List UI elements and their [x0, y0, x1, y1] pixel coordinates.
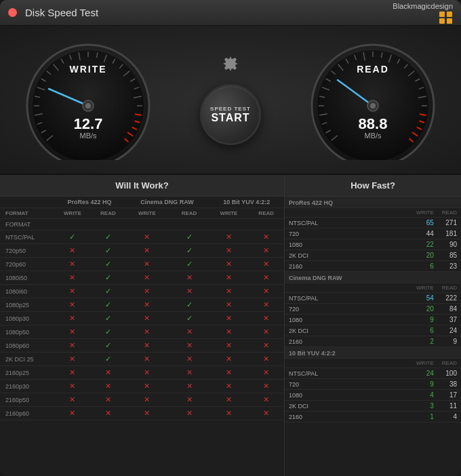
- check-icon: ✓: [105, 233, 111, 241]
- cross-icon: ✕: [105, 409, 111, 417]
- format-cell: 1080p60: [0, 339, 54, 353]
- fast-format-cell: NTSC/PAL: [285, 293, 412, 304]
- check-cell: ✕: [248, 353, 284, 366]
- how-fast-tbody: ProRes 422 HQWRITEREADNTSC/PAL6527172044…: [285, 197, 461, 422]
- fast-write-cell: 6: [412, 261, 438, 272]
- cross-icon: ✕: [263, 246, 269, 254]
- table-row: 1080p60✕✓✕✕✕✕: [0, 339, 284, 353]
- fast-data-row: NTSC/PAL54222: [285, 293, 461, 304]
- cross-icon: ✕: [263, 341, 269, 349]
- cross-icon: ✕: [226, 314, 232, 322]
- fast-format-cell: 720: [285, 379, 412, 390]
- yuv-write-header: WRITE: [209, 208, 249, 219]
- check-cell: ✕: [248, 312, 284, 325]
- cross-icon: ✕: [186, 409, 193, 417]
- check-cell: ✓: [91, 298, 125, 312]
- write-unit: MB/s: [20, 132, 156, 140]
- cross-icon: ✕: [144, 273, 150, 281]
- check-cell: ✕: [54, 339, 91, 353]
- format-col-header: [285, 283, 412, 293]
- fast-read-cell: 17: [438, 390, 461, 401]
- check-cell: ✕: [54, 285, 91, 298]
- fast-format-cell: NTSC/PAL: [285, 368, 412, 379]
- check-cell: ✕: [91, 393, 125, 407]
- table-row: 2160p25✕✕✕✕✕✕: [0, 366, 284, 380]
- table-row: 2160p30✕✕✕✕✕✕: [0, 380, 284, 393]
- check-cell: ✕: [125, 407, 169, 420]
- check-cell: ✕: [248, 393, 284, 407]
- cross-icon: ✕: [186, 328, 193, 336]
- cross-icon: ✕: [263, 314, 269, 322]
- check-cell: ✕: [91, 407, 125, 420]
- fast-data-row: 7202084: [285, 304, 461, 315]
- brand-squares: [439, 12, 453, 24]
- format-cell: 2160p60: [0, 407, 54, 420]
- read-label: READ: [305, 64, 441, 75]
- check-cell: ✕: [54, 298, 91, 312]
- table-row: NTSC/PAL✓✓✕✓✕✕: [0, 231, 284, 244]
- check-cell: ✕: [248, 298, 284, 312]
- check-cell: ✕: [248, 380, 284, 393]
- cross-icon: ✕: [69, 328, 75, 336]
- cross-icon: ✕: [144, 328, 150, 336]
- check-cell: ✕: [54, 271, 91, 285]
- check-cell: ✓: [91, 244, 125, 258]
- check-cell: ✕: [209, 244, 249, 258]
- check-cell: ✕: [209, 353, 249, 366]
- fast-format-cell: 720: [285, 304, 412, 315]
- brand-logo: Blackmagicdesign: [393, 2, 453, 24]
- fast-format-cell: NTSC/PAL: [285, 218, 412, 229]
- fast-read-cell: 11: [438, 401, 461, 412]
- check-cell: ✕: [54, 380, 91, 393]
- cross-icon: ✕: [263, 260, 269, 268]
- cross-icon: ✕: [263, 273, 269, 281]
- check-icon: ✓: [69, 233, 75, 241]
- check-cell: [169, 219, 209, 231]
- read-col-header: READ: [438, 208, 461, 218]
- table-row: 1080i60✕✓✕✕✕✕: [0, 285, 284, 298]
- close-button[interactable]: [8, 8, 17, 17]
- check-icon: ✓: [105, 341, 111, 349]
- check-cell: ✕: [209, 393, 249, 407]
- cross-icon: ✕: [144, 341, 150, 349]
- check-cell: ✕: [209, 407, 249, 420]
- read-gauge-svg: [305, 38, 441, 160]
- fast-read-cell: 181: [438, 229, 461, 239]
- brand-sq-1: [439, 12, 445, 17]
- table-row: 720p60✕✓✕✓✕✕: [0, 258, 284, 271]
- fast-read-cell: 9: [438, 336, 461, 347]
- check-icon: ✓: [105, 314, 111, 322]
- fast-write-cell: 65: [412, 218, 438, 229]
- check-cell: ✕: [125, 393, 169, 407]
- cross-icon: ✕: [69, 287, 75, 295]
- cross-icon: ✕: [263, 409, 269, 417]
- read-gauge: READ 88.8 MB/s: [305, 38, 441, 160]
- fast-read-cell: 38: [438, 379, 461, 390]
- check-cell: [125, 219, 169, 231]
- fast-read-cell: 4: [438, 412, 461, 422]
- check-cell: ✓: [91, 231, 125, 244]
- cross-icon: ✕: [226, 341, 232, 349]
- cross-icon: ✕: [263, 233, 269, 241]
- settings-button[interactable]: [220, 53, 241, 75]
- fast-read-cell: 37: [438, 315, 461, 325]
- will-it-work-header: Will It Work?: [0, 175, 284, 197]
- cross-icon: ✕: [144, 300, 150, 309]
- cdng-write-header: WRITE: [125, 208, 169, 219]
- cross-icon: ✕: [226, 395, 232, 403]
- check-cell: ✕: [209, 339, 249, 353]
- fast-write-cell: 20: [412, 250, 438, 261]
- check-cell: ✓: [91, 353, 125, 366]
- start-button[interactable]: SPEED TEST START: [200, 84, 261, 145]
- write-label: WRITE: [20, 64, 156, 75]
- cross-icon: ✕: [144, 314, 150, 322]
- write-value: 12.7 MB/s: [20, 115, 156, 140]
- check-icon: ✓: [105, 355, 111, 363]
- table-row: 1080p50✕✓✕✕✕✕: [0, 325, 284, 339]
- check-icon: ✓: [186, 314, 193, 322]
- group-header-row: Cinema DNG RAW: [285, 272, 461, 283]
- write-gauge-svg: [20, 38, 156, 160]
- format-cell: NTSC/PAL: [0, 231, 54, 244]
- format-cell: 1080p30: [0, 312, 54, 325]
- table-row: 2K DCI 25✕✓✕✕✕✕: [0, 353, 284, 366]
